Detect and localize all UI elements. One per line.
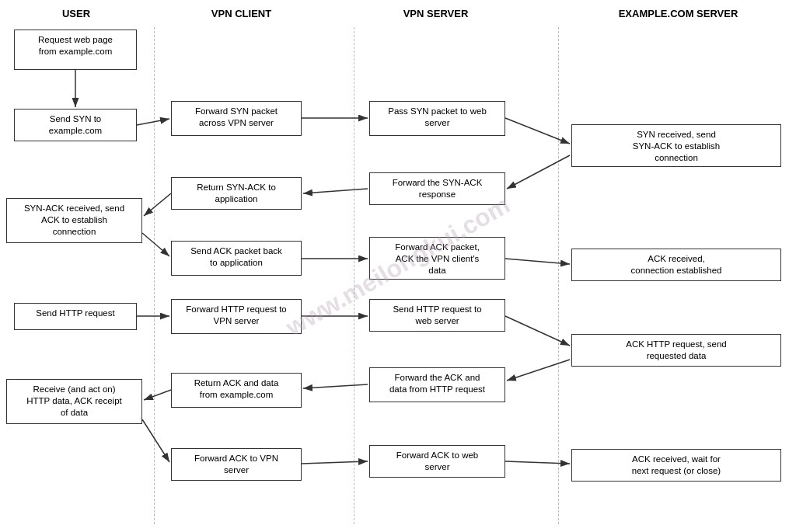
box-user-request: Request web page from example.com — [14, 30, 137, 70]
box-vpn-return-ack-data: Return ACK and data from example.com — [171, 373, 302, 408]
svg-line-5 — [507, 155, 570, 189]
box-ex-ack-wait: ACK received, wait for next request (or … — [571, 449, 781, 482]
col-header-vpn-client: VPN CLIENT — [177, 8, 305, 19]
col-divider-1 — [154, 27, 155, 524]
box-svr-fwd-ack-data: Forward the ACK and data from HTTP reque… — [369, 367, 505, 402]
svg-line-2 — [137, 119, 169, 125]
box-ex-ack-received: ACK received, connection established — [571, 249, 781, 281]
box-vpn-fwd-syn: Forward SYN packet across VPN server — [171, 101, 302, 136]
svg-line-19 — [505, 461, 570, 464]
svg-line-16 — [144, 390, 171, 400]
box-svr-fwd-ack-vpn: Forward ACK packet, ACK the VPN client's… — [369, 237, 505, 280]
box-user-receive: Receive (and act on) HTTP data, ACK rece… — [6, 379, 142, 424]
svg-line-10 — [505, 259, 570, 264]
col-divider-3 — [558, 27, 559, 524]
svg-line-7 — [144, 193, 171, 216]
svg-line-14 — [507, 360, 570, 381]
box-vpn-send-ack: Send ACK packet back to application — [171, 241, 302, 276]
svg-line-18 — [302, 461, 368, 464]
box-ex-ack-http: ACK HTTP request, send requested data — [571, 334, 781, 367]
box-user-syn: Send SYN to example.com — [14, 109, 137, 141]
box-vpn-fwd-http: Forward HTTP request to VPN server — [171, 299, 302, 334]
box-user-http: Send HTTP request — [14, 303, 137, 330]
svg-line-13 — [505, 316, 570, 346]
box-svr-fwd-ack-web: Forward ACK to web server — [369, 445, 505, 478]
box-svr-http-req: Send HTTP request to web server — [369, 299, 505, 332]
box-vpn-fwd-ack: Forward ACK to VPN server — [171, 448, 302, 481]
svg-line-4 — [505, 118, 570, 144]
col-header-vpn-server: VPN SERVER — [372, 8, 500, 19]
box-ex-syn-received: SYN received, send SYN-ACK to establish … — [571, 124, 781, 167]
box-user-synack: SYN-ACK received, send ACK to establish … — [6, 198, 142, 243]
svg-line-6 — [303, 189, 368, 193]
col-header-example: EXAMPLE.COM SERVER — [579, 8, 777, 19]
svg-line-8 — [142, 233, 169, 256]
col-header-user: USER — [14, 8, 138, 19]
svg-line-17 — [142, 419, 169, 462]
svg-line-15 — [303, 384, 368, 388]
box-svr-fwd-synack: Forward the SYN-ACK response — [369, 172, 505, 205]
box-vpn-return-synack: Return SYN-ACK to application — [171, 177, 302, 210]
diagram: USER VPN CLIENT VPN SERVER EXAMPLE.COM S… — [0, 0, 796, 532]
col-divider-2 — [354, 27, 354, 524]
box-svr-pass-syn: Pass SYN packet to web server — [369, 101, 505, 136]
